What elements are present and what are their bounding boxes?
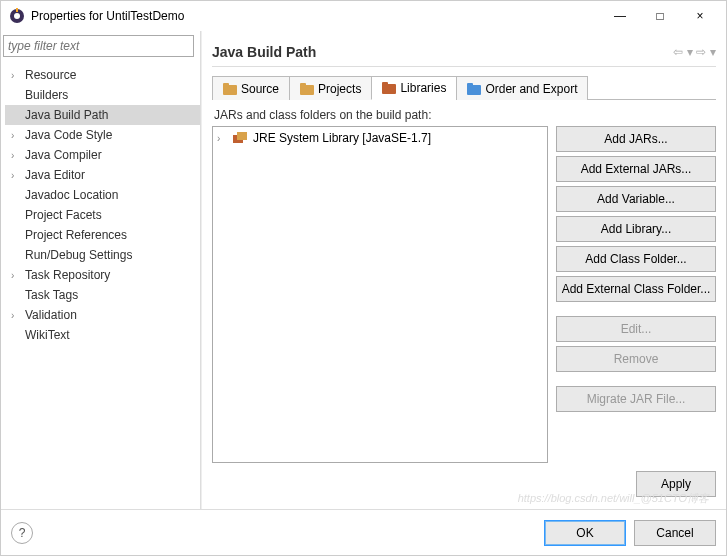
ok-button[interactable]: OK xyxy=(544,520,626,546)
tab-label: Order and Export xyxy=(485,82,577,96)
tree-item-label: Java Code Style xyxy=(23,128,112,142)
tree-item-java-editor[interactable]: ›Java Editor xyxy=(5,165,200,185)
tree-item-label: Task Repository xyxy=(23,268,110,282)
expand-icon: › xyxy=(11,310,23,321)
category-tree-pane: ›ResourceBuildersJava Build Path›Java Co… xyxy=(1,31,201,509)
add-library-button[interactable]: Add Library... xyxy=(556,216,716,242)
add-variable-button[interactable]: Add Variable... xyxy=(556,186,716,212)
list-description: JARs and class folders on the build path… xyxy=(214,108,716,122)
migrate-jar-button: Migrate JAR File... xyxy=(556,386,716,412)
tree-item-java-compiler[interactable]: ›Java Compiler xyxy=(5,145,200,165)
settings-page: Java Build Path ⇦ ▾ ⇨ ▾ SourceProjectsLi… xyxy=(201,31,726,509)
expand-icon: › xyxy=(11,70,23,81)
tree-item-label: Javadoc Location xyxy=(23,188,118,202)
forward-icon[interactable]: ▾ ⇨ xyxy=(687,45,706,59)
library-label: JRE System Library [JavaSE-1.7] xyxy=(253,131,431,145)
tree-item-project-facets[interactable]: Project Facets xyxy=(5,205,200,225)
remove-button: Remove xyxy=(556,346,716,372)
folder-icon xyxy=(467,83,481,95)
back-icon[interactable]: ⇦ xyxy=(673,45,683,59)
category-tree[interactable]: ›ResourceBuildersJava Build Path›Java Co… xyxy=(1,65,200,509)
maximize-button[interactable]: □ xyxy=(648,9,672,23)
expand-icon: › xyxy=(11,270,23,281)
page-title: Java Build Path xyxy=(212,44,673,60)
tab-label: Projects xyxy=(318,82,361,96)
filter-input[interactable] xyxy=(3,35,194,57)
svg-rect-8 xyxy=(382,82,388,86)
folder-icon xyxy=(382,82,396,94)
title-bar: Properties for UntilTestDemo — □ × xyxy=(1,1,726,31)
tab-label: Source xyxy=(241,82,279,96)
svg-rect-2 xyxy=(16,8,18,12)
tree-item-label: Java Compiler xyxy=(23,148,102,162)
add-external-class-folder-button[interactable]: Add External Class Folder... xyxy=(556,276,716,302)
tab-source[interactable]: Source xyxy=(212,76,290,100)
tree-item-label: WikiText xyxy=(23,328,70,342)
edit-button: Edit... xyxy=(556,316,716,342)
tree-item-label: Builders xyxy=(23,88,68,102)
folder-icon xyxy=(300,83,314,95)
tree-item-label: Project References xyxy=(23,228,127,242)
tree-item-task-tags[interactable]: Task Tags xyxy=(5,285,200,305)
tab-bar: SourceProjectsLibrariesOrder and Export xyxy=(212,75,716,100)
cancel-button[interactable]: Cancel xyxy=(634,520,716,546)
tree-item-label: Run/Debug Settings xyxy=(23,248,132,262)
tree-item-project-references[interactable]: Project References xyxy=(5,225,200,245)
close-button[interactable]: × xyxy=(688,9,712,23)
svg-rect-4 xyxy=(223,83,229,87)
dialog-footer: ? OK Cancel xyxy=(1,509,726,555)
svg-rect-6 xyxy=(300,83,306,87)
tree-item-wikitext[interactable]: WikiText xyxy=(5,325,200,345)
tree-item-label: Project Facets xyxy=(23,208,102,222)
add-jars-button[interactable]: Add JARs... xyxy=(556,126,716,152)
tab-label: Libraries xyxy=(400,81,446,95)
tree-item-task-repository[interactable]: ›Task Repository xyxy=(5,265,200,285)
folder-icon xyxy=(223,83,237,95)
jar-list[interactable]: ›JRE System Library [JavaSE-1.7] xyxy=(212,126,548,463)
minimize-button[interactable]: — xyxy=(608,9,632,23)
tree-item-label: Validation xyxy=(23,308,77,322)
tab-libraries[interactable]: Libraries xyxy=(371,76,457,100)
add-class-folder-button[interactable]: Add Class Folder... xyxy=(556,246,716,272)
tree-item-builders[interactable]: Builders xyxy=(5,85,200,105)
menu-icon[interactable]: ▾ xyxy=(710,45,716,59)
add-external-jars-button[interactable]: Add External JARs... xyxy=(556,156,716,182)
library-icon xyxy=(233,132,249,144)
tree-item-label: Resource xyxy=(23,68,76,82)
tab-order-and-export[interactable]: Order and Export xyxy=(456,76,588,100)
svg-point-1 xyxy=(14,13,20,19)
tree-item-java-code-style[interactable]: ›Java Code Style xyxy=(5,125,200,145)
tree-item-label: Java Editor xyxy=(23,168,85,182)
tree-item-validation[interactable]: ›Validation xyxy=(5,305,200,325)
expand-icon: › xyxy=(11,130,23,141)
tree-item-java-build-path[interactable]: Java Build Path xyxy=(5,105,200,125)
svg-rect-10 xyxy=(467,83,473,87)
help-icon[interactable]: ? xyxy=(11,522,33,544)
tree-item-resource[interactable]: ›Resource xyxy=(5,65,200,85)
tree-item-javadoc-location[interactable]: Javadoc Location xyxy=(5,185,200,205)
expand-icon: › xyxy=(11,150,23,161)
apply-button[interactable]: Apply xyxy=(636,471,716,497)
tree-item-label: Java Build Path xyxy=(23,108,108,122)
window-title: Properties for UntilTestDemo xyxy=(31,9,608,23)
expand-icon: › xyxy=(11,170,23,181)
library-entry[interactable]: ›JRE System Library [JavaSE-1.7] xyxy=(217,131,543,145)
tree-item-label: Task Tags xyxy=(23,288,78,302)
app-icon xyxy=(9,8,25,24)
tab-projects[interactable]: Projects xyxy=(289,76,372,100)
expand-icon: › xyxy=(217,133,229,144)
tree-item-run-debug-settings[interactable]: Run/Debug Settings xyxy=(5,245,200,265)
svg-rect-12 xyxy=(237,132,247,140)
